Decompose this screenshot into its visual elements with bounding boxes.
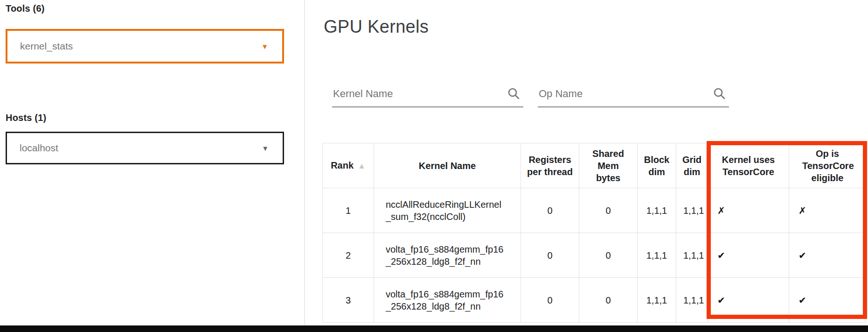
cell-kernel-uses-tensorcore: ✔ [708,278,789,323]
cell-shared-mem-bytes: 0 [579,278,638,323]
cross-mark-icon: ✗ [799,205,806,216]
panel-divider [304,0,305,325]
tools-select[interactable]: kernel_stats ▼ [6,29,284,64]
cell-block-dim: 1,1,1 [638,188,676,233]
cell-kernel-name: volta_fp16_s884gemm_fp16_256x128_ldg8_f2… [374,233,521,278]
check-mark-icon: ✔ [717,250,725,261]
chevron-down-icon: ▼ [261,43,268,50]
op-name-input[interactable] [538,79,703,106]
table-row: 3 volta_fp16_s884gemm_fp16_256x128_ldg8_… [323,278,866,323]
cell-kernel-name: ncclAllReduceRingLLKernel_sum_f32(ncclCo… [374,188,521,233]
column-header-kernel-name[interactable]: Kernel Name [374,143,521,188]
sort-ascending-icon: ▲ [358,162,366,170]
cell-registers-per-thread: 0 [521,233,579,278]
cell-grid-dim: 1,1,1 [676,188,708,233]
cell-rank: 1 [323,188,374,233]
cell-grid-dim: 1,1,1 [676,233,708,278]
window-bottom-edge [0,325,868,332]
cell-registers-per-thread: 0 [521,278,579,323]
chevron-down-icon: ▼ [262,145,269,152]
kernel-name-input[interactable] [332,79,498,106]
cross-mark-icon: ✗ [717,205,725,216]
search-icon[interactable] [507,87,521,101]
tools-label: Tools (6) [6,3,45,14]
tools-selected-value: kernel_stats [20,41,73,52]
search-icon[interactable] [712,87,726,101]
cell-block-dim: 1,1,1 [638,278,676,323]
profiler-screen: Tools (6) kernel_stats ▼ Hosts (1) local… [0,0,868,332]
cell-op-is-tensorcore-eligible: ✔ [789,278,866,323]
cell-grid-dim: 1,1,1 [676,278,708,323]
column-header-registers-per-thread[interactable]: Registers per thread [521,143,579,188]
gpu-kernels-table: Rank▲ Kernel Name Registers per thread S… [322,143,866,323]
cell-kernel-uses-tensorcore: ✔ [708,233,789,278]
column-header-kernel-uses-tensorcore[interactable]: Kernel uses TensorCore [708,143,789,188]
column-header-grid-dim[interactable]: Grid dim [676,143,708,188]
table-header-row: Rank▲ Kernel Name Registers per thread S… [323,143,866,188]
op-name-filter [538,79,729,107]
column-header-op-is-tensorcore-eligible[interactable]: Op is TensorCore eligible [789,143,866,188]
check-mark-icon: ✔ [799,295,806,306]
cell-rank: 2 [323,233,374,278]
hosts-label: Hosts (1) [6,113,46,123]
cell-block-dim: 1,1,1 [638,233,676,278]
column-header-block-dim[interactable]: Block dim [638,143,676,188]
column-header-rank[interactable]: Rank▲ [323,143,374,188]
cell-registers-per-thread: 0 [521,188,579,233]
table-row: 2 volta_fp16_s884gemm_fp16_256x128_ldg8_… [323,233,866,278]
cell-shared-mem-bytes: 0 [579,233,638,278]
kernel-name-filter [332,79,523,107]
hosts-select[interactable]: localhost ▼ [6,132,284,164]
cell-shared-mem-bytes: 0 [579,188,638,233]
column-header-shared-mem-bytes[interactable]: Shared Mem bytes [579,143,638,188]
check-mark-icon: ✔ [717,295,725,306]
table-row: 1 ncclAllReduceRingLLKernel_sum_f32(nccl… [323,188,866,233]
cell-kernel-uses-tensorcore: ✗ [708,188,789,233]
hosts-selected-value: localhost [20,142,58,154]
page-title: GPU Kernels [324,17,429,37]
cell-kernel-name: volta_fp16_s884gemm_fp16_256x128_ldg8_f2… [374,278,521,323]
cell-op-is-tensorcore-eligible: ✔ [789,233,866,278]
check-mark-icon: ✔ [799,250,806,261]
cell-rank: 3 [323,278,374,323]
cell-op-is-tensorcore-eligible: ✗ [789,188,866,233]
